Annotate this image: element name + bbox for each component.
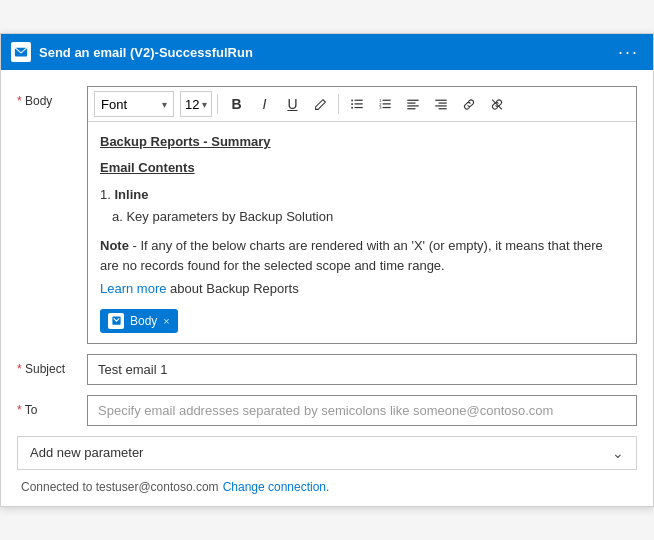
editor-subtitle: Email Contents bbox=[100, 158, 624, 178]
svg-rect-13 bbox=[408, 99, 419, 100]
body-required-marker: * bbox=[17, 94, 22, 108]
font-size-arrow: ▾ bbox=[202, 99, 207, 110]
insert-link-button[interactable] bbox=[456, 91, 482, 117]
editor-area[interactable]: Backup Reports - Summary Email Contents … bbox=[88, 122, 636, 343]
note-label: Note bbox=[100, 238, 129, 253]
svg-rect-16 bbox=[408, 108, 416, 109]
card-header: Send an email (V2)-SuccessfulRun ··· bbox=[1, 34, 653, 70]
svg-rect-5 bbox=[352, 107, 354, 109]
svg-rect-1 bbox=[352, 99, 354, 101]
toolbar-divider-1 bbox=[217, 94, 218, 114]
editor-title: Backup Reports - Summary bbox=[100, 132, 624, 152]
svg-rect-2 bbox=[355, 99, 363, 100]
send-email-card: Send an email (V2)-SuccessfulRun ··· * B… bbox=[0, 33, 654, 507]
svg-rect-17 bbox=[436, 99, 447, 100]
card-title: Send an email (V2)-SuccessfulRun bbox=[39, 45, 614, 60]
font-select[interactable]: Font ▾ bbox=[94, 91, 174, 117]
svg-rect-6 bbox=[355, 107, 363, 108]
body-tag-icon bbox=[108, 313, 124, 329]
svg-rect-15 bbox=[408, 105, 419, 106]
learn-more-suffix: about Backup Reports bbox=[166, 281, 298, 296]
subject-field-label: * Subject bbox=[17, 354, 87, 376]
svg-rect-20 bbox=[439, 108, 447, 109]
svg-rect-19 bbox=[436, 105, 447, 106]
bullet-list-button[interactable] bbox=[344, 91, 370, 117]
svg-rect-18 bbox=[439, 102, 447, 103]
svg-rect-8 bbox=[383, 99, 391, 100]
subject-input[interactable] bbox=[87, 354, 637, 385]
pen-button[interactable] bbox=[307, 91, 333, 117]
body-field-content: Font ▾ 12 ▾ B I U bbox=[87, 86, 637, 344]
editor-list-item-1a: a. Key parameters by Backup Solution bbox=[100, 207, 624, 227]
svg-rect-14 bbox=[408, 102, 416, 103]
list-num-1: 1. bbox=[100, 187, 111, 202]
email-icon bbox=[11, 42, 31, 62]
subject-field-row: * Subject bbox=[17, 354, 637, 385]
align-right-button[interactable] bbox=[428, 91, 454, 117]
svg-rect-10 bbox=[383, 103, 391, 104]
editor-note: Note - If any of the below charts are re… bbox=[100, 236, 624, 275]
body-tag-container: Body × bbox=[100, 299, 624, 333]
to-field-content bbox=[87, 395, 637, 426]
to-input[interactable] bbox=[87, 395, 637, 426]
remove-link-button[interactable] bbox=[484, 91, 510, 117]
body-dynamic-tag[interactable]: Body × bbox=[100, 309, 178, 333]
editor-list-item-1: 1. Inline bbox=[100, 185, 624, 205]
subject-field-content bbox=[87, 354, 637, 385]
editor-learn-more-line: Learn more about Backup Reports bbox=[100, 279, 624, 299]
body-field-row: * Body Font ▾ 12 ▾ B bbox=[17, 86, 637, 344]
svg-rect-12 bbox=[383, 107, 391, 108]
body-tag-label: Body bbox=[130, 312, 157, 330]
card-body: * Body Font ▾ 12 ▾ B bbox=[1, 70, 653, 506]
change-connection-link[interactable]: Change connection. bbox=[223, 480, 330, 494]
chevron-down-icon: ⌄ bbox=[612, 445, 624, 461]
body-tag-close[interactable]: × bbox=[163, 313, 169, 330]
list-item-1-bold: Inline bbox=[114, 187, 148, 202]
subject-required-marker: * bbox=[17, 362, 22, 376]
to-required-marker: * bbox=[17, 403, 22, 417]
svg-text:3: 3 bbox=[380, 105, 383, 110]
to-field-label: * To bbox=[17, 395, 87, 417]
learn-more-link[interactable]: Learn more bbox=[100, 281, 166, 296]
font-label: Font bbox=[101, 97, 158, 112]
font-size-select[interactable]: 12 ▾ bbox=[180, 91, 212, 117]
add-parameter-row[interactable]: Add new parameter ⌄ bbox=[17, 436, 637, 470]
svg-rect-3 bbox=[352, 103, 354, 105]
more-options-button[interactable]: ··· bbox=[614, 42, 643, 63]
font-dropdown-arrow: ▾ bbox=[162, 99, 167, 110]
italic-button[interactable]: I bbox=[251, 91, 277, 117]
editor-toolbar: Font ▾ 12 ▾ B I U bbox=[88, 87, 636, 122]
font-size-value: 12 bbox=[185, 97, 199, 112]
note-text: - If any of the below charts are rendere… bbox=[100, 238, 603, 273]
underline-button[interactable]: U bbox=[279, 91, 305, 117]
add-parameter-label: Add new parameter bbox=[30, 445, 612, 460]
numbered-list-button[interactable]: 1 2 3 bbox=[372, 91, 398, 117]
toolbar-divider-2 bbox=[338, 94, 339, 114]
footer-row: Connected to testuser@contoso.com Change… bbox=[17, 480, 637, 494]
to-field-row: * To bbox=[17, 395, 637, 426]
bold-button[interactable]: B bbox=[223, 91, 249, 117]
connected-text: Connected to testuser@contoso.com bbox=[21, 480, 219, 494]
svg-rect-4 bbox=[355, 103, 363, 104]
align-left-button[interactable] bbox=[400, 91, 426, 117]
body-field-label: * Body bbox=[17, 86, 87, 108]
rich-text-editor[interactable]: Font ▾ 12 ▾ B I U bbox=[87, 86, 637, 344]
